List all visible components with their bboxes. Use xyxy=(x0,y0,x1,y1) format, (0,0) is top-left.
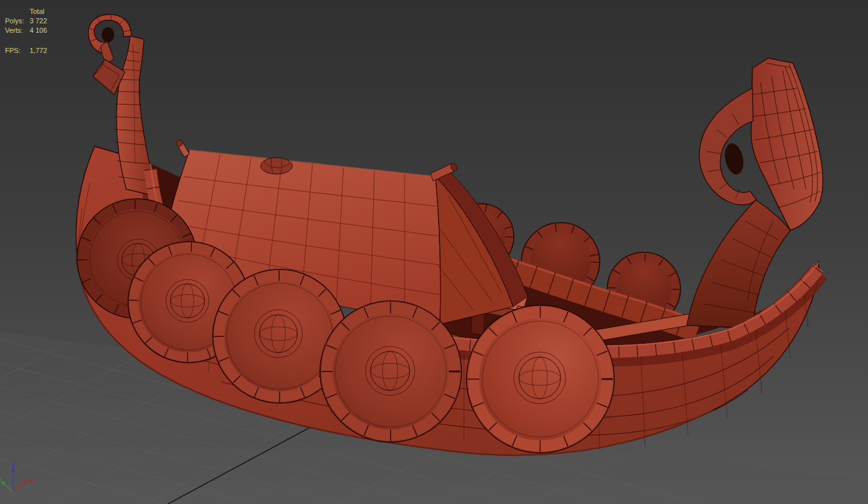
mast-knob xyxy=(261,158,292,174)
stats-verts-label: Verts: xyxy=(5,26,30,35)
stats-total-header: Total xyxy=(30,7,44,16)
viewport-3d[interactable]: Z X Y Total Polys: 3 722 Verts: 4 106 FP… xyxy=(0,0,868,504)
stats-header-spacer xyxy=(5,7,30,16)
stats-polys-value: 3 722 xyxy=(30,16,47,26)
stats-row-fps: FPS: 1,772 xyxy=(5,46,47,56)
stats-polys-label: Polys: xyxy=(5,16,30,26)
axis-z-label: Z xyxy=(11,461,15,467)
statistics-overlay: Total Polys: 3 722 Verts: 4 106 FPS: 1,7… xyxy=(5,7,47,56)
axis-y-label: Y xyxy=(0,476,2,483)
stats-row-verts: Verts: 4 106 xyxy=(5,26,47,35)
shield xyxy=(467,305,614,453)
axis-x-label: X xyxy=(30,478,33,484)
stats-header-row: Total xyxy=(5,7,47,16)
stats-fps-label: FPS: xyxy=(5,46,30,56)
shield xyxy=(320,301,461,442)
stats-fps-value: 1,772 xyxy=(30,46,47,56)
stats-verts-value: 4 106 xyxy=(30,26,47,35)
stats-row-polys: Polys: 3 722 xyxy=(5,16,47,26)
viewport-canvas[interactable]: Z X Y xyxy=(0,0,868,504)
